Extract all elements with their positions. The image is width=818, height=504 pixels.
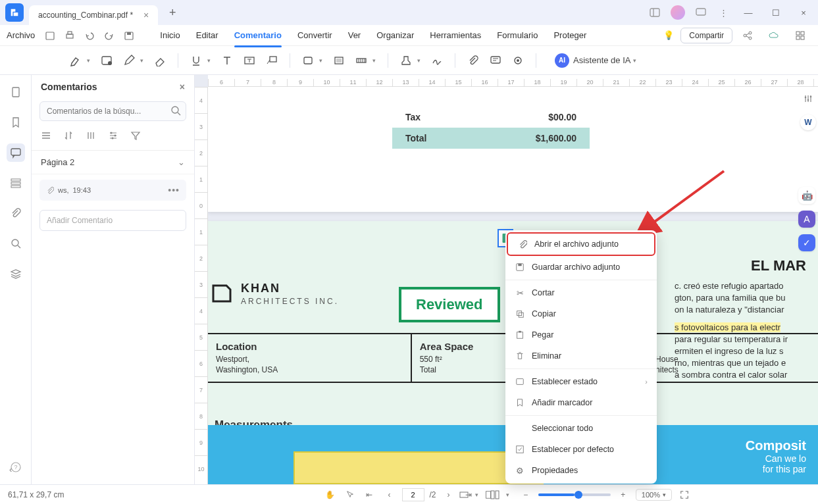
sliders-icon[interactable]: [108, 130, 121, 143]
menu-tab-editar[interactable]: Editar: [190, 27, 225, 43]
callout-icon[interactable]: [262, 51, 282, 70]
sidebar-bookmarks[interactable]: [7, 113, 25, 132]
text-icon[interactable]: [217, 51, 237, 70]
hand-tool-icon[interactable]: ✋: [322, 488, 337, 502]
more-icon[interactable]: ⋮: [717, 6, 730, 19]
ctx-set-state[interactable]: Establecer estado›: [505, 371, 657, 392]
options-icon[interactable]: [86, 130, 99, 143]
menu-tab-organizar[interactable]: Organizar: [370, 27, 421, 43]
sidebar-fields[interactable]: [7, 174, 25, 192]
zoom-out-icon[interactable]: −: [519, 488, 533, 502]
stamp-icon[interactable]: [396, 51, 416, 70]
section-label: Página 2: [41, 157, 74, 167]
ctx-properties[interactable]: ⚙Propiedades: [505, 460, 657, 481]
menu-tab-convertir[interactable]: Convertir: [291, 27, 339, 43]
sort-icon[interactable]: [63, 130, 76, 143]
sidebar-layers[interactable]: [7, 265, 25, 283]
share-button[interactable]: Compartir: [680, 28, 732, 43]
menu-tab-formulario[interactable]: Formulario: [490, 27, 544, 43]
ctx-save-attachment[interactable]: Guardar archivo adjunto: [505, 257, 657, 278]
ctx-select-all[interactable]: Seleccionar todo: [505, 418, 657, 439]
zoom-select[interactable]: 100%▾: [636, 489, 672, 501]
add-comment-input[interactable]: Añadir Comentario: [39, 210, 186, 231]
save-icon[interactable]: [120, 27, 138, 44]
ctx-delete[interactable]: Eliminar: [505, 345, 657, 366]
file-menu[interactable]: Archivo: [7, 30, 35, 40]
new-tab-button[interactable]: +: [162, 2, 183, 23]
svg-line-41: [638, 171, 724, 234]
search-icon[interactable]: [170, 105, 181, 116]
cloud-icon[interactable]: [765, 27, 782, 44]
chat-icon[interactable]: [694, 6, 707, 19]
pencil-icon[interactable]: [119, 51, 139, 70]
hide-comments-icon[interactable]: [508, 51, 528, 70]
panel-icon[interactable]: [648, 6, 661, 19]
document-tab[interactable]: accounting_Combinar.pdf * ×: [29, 5, 158, 25]
ctx-cut[interactable]: ✂Cortar: [505, 282, 657, 303]
ai-assistant-button[interactable]: AI Asistente de IA ▾: [555, 53, 640, 68]
undo-icon[interactable]: [81, 27, 98, 44]
eraser-icon[interactable]: [150, 51, 170, 70]
word-export-icon[interactable]: W: [800, 114, 816, 130]
shape-rect-icon[interactable]: [298, 51, 318, 70]
ai-chat-icon[interactable]: 🤖: [798, 187, 815, 204]
note-icon[interactable]: [97, 51, 116, 70]
menu-tab-proteger[interactable]: Proteger: [547, 27, 593, 43]
attach-icon[interactable]: [463, 51, 483, 70]
panel-close-icon[interactable]: ×: [180, 82, 185, 92]
ctx-add-bookmark[interactable]: Añadir marcador: [505, 392, 657, 413]
check-icon[interactable]: ✓: [798, 234, 815, 251]
menu-tab-inicio[interactable]: Inicio: [153, 27, 186, 43]
prev-page-icon[interactable]: ‹: [382, 488, 396, 502]
comment-search-input[interactable]: [39, 101, 186, 121]
area-hl-icon[interactable]: [329, 51, 349, 70]
signature-icon[interactable]: [427, 51, 447, 70]
ctx-open-attachment[interactable]: Abrir el archivo adjunto: [507, 232, 655, 256]
print-icon[interactable]: [61, 27, 78, 44]
fullscreen-icon[interactable]: [677, 488, 692, 502]
menu-tab-ver[interactable]: Ver: [342, 27, 368, 43]
comment-more-icon[interactable]: •••: [168, 185, 180, 195]
underline-icon[interactable]: [186, 51, 206, 70]
last-page-icon[interactable]: ⇥: [461, 488, 476, 502]
comment-item[interactable]: ws, 19:43 •••: [39, 180, 186, 201]
menu-tab-herramientas[interactable]: Herramientas: [423, 27, 488, 43]
share-net-icon[interactable]: [739, 27, 756, 44]
first-page-icon[interactable]: ⇤: [362, 488, 376, 502]
close-tab-icon[interactable]: ×: [133, 10, 149, 20]
sidebar-thumbnails[interactable]: [7, 83, 25, 101]
textbox-icon[interactable]: [240, 51, 259, 70]
grid-icon[interactable]: [792, 27, 809, 44]
page-number-input[interactable]: [401, 488, 424, 501]
next-page-icon[interactable]: ›: [442, 488, 456, 502]
ctx-paste[interactable]: Pegar: [505, 324, 657, 345]
svg-rect-21: [336, 59, 342, 63]
zoom-slider[interactable]: [538, 493, 611, 496]
measure-icon[interactable]: [351, 51, 371, 70]
minimize-button[interactable]: —: [739, 3, 757, 22]
sidebar-comments[interactable]: [7, 143, 25, 162]
zoom-in-icon[interactable]: +: [616, 488, 630, 502]
filter-icon[interactable]: [130, 130, 143, 143]
ai-tool-icon[interactable]: A: [798, 211, 815, 228]
page-section-header[interactable]: Página 2 ⌄: [32, 151, 194, 174]
adjust-icon[interactable]: [800, 91, 816, 107]
redo-icon[interactable]: [101, 27, 118, 44]
select-tool-icon[interactable]: [342, 488, 357, 502]
collapse-panel-icon[interactable]: ‹: [9, 465, 22, 478]
ctx-set-default[interactable]: Establecer por defecto: [505, 439, 657, 460]
sidebar-search[interactable]: [7, 234, 25, 253]
menu-tab-comentario[interactable]: Comentario: [228, 27, 288, 43]
open-icon[interactable]: [41, 27, 59, 44]
svg-point-31: [12, 239, 18, 246]
manage-comments-icon[interactable]: [486, 51, 505, 70]
single-page-icon[interactable]: [481, 488, 496, 502]
close-window-button[interactable]: ×: [794, 3, 813, 22]
highlighter-icon[interactable]: [66, 51, 86, 70]
expand-icon[interactable]: [41, 130, 54, 143]
user-avatar[interactable]: [671, 5, 685, 20]
ctx-copy[interactable]: Copiar: [505, 303, 657, 324]
maximize-button[interactable]: ☐: [767, 3, 785, 22]
sidebar-attachments[interactable]: [7, 204, 25, 222]
tips-icon[interactable]: 💡: [663, 30, 674, 40]
